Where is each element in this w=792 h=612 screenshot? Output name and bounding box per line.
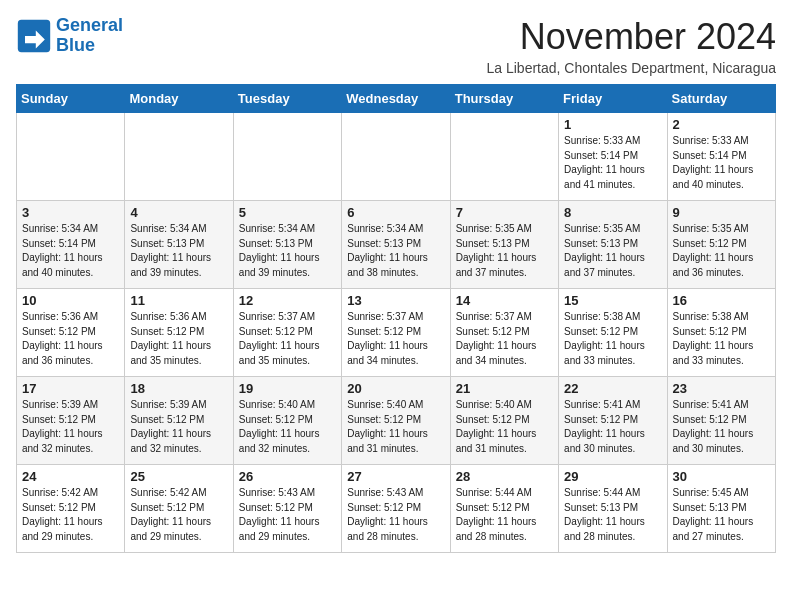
day-number: 11 [130,293,227,308]
calendar-cell: 30Sunrise: 5:45 AM Sunset: 5:13 PM Dayli… [667,465,775,553]
weekday-header-row: SundayMondayTuesdayWednesdayThursdayFrid… [17,85,776,113]
cell-info: Sunrise: 5:35 AM Sunset: 5:13 PM Dayligh… [564,222,661,280]
logo-icon [16,18,52,54]
calendar-cell: 21Sunrise: 5:40 AM Sunset: 5:12 PM Dayli… [450,377,558,465]
day-number: 14 [456,293,553,308]
cell-info: Sunrise: 5:37 AM Sunset: 5:12 PM Dayligh… [347,310,444,368]
calendar-week-row: 1Sunrise: 5:33 AM Sunset: 5:14 PM Daylig… [17,113,776,201]
day-number: 17 [22,381,119,396]
calendar-cell: 15Sunrise: 5:38 AM Sunset: 5:12 PM Dayli… [559,289,667,377]
day-number: 8 [564,205,661,220]
cell-info: Sunrise: 5:40 AM Sunset: 5:12 PM Dayligh… [239,398,336,456]
day-number: 22 [564,381,661,396]
cell-info: Sunrise: 5:42 AM Sunset: 5:12 PM Dayligh… [22,486,119,544]
day-number: 30 [673,469,770,484]
cell-info: Sunrise: 5:45 AM Sunset: 5:13 PM Dayligh… [673,486,770,544]
calendar-cell: 24Sunrise: 5:42 AM Sunset: 5:12 PM Dayli… [17,465,125,553]
calendar-cell: 11Sunrise: 5:36 AM Sunset: 5:12 PM Dayli… [125,289,233,377]
day-number: 15 [564,293,661,308]
weekday-header: Thursday [450,85,558,113]
title-section: November 2024 La Libertad, Chontales Dep… [486,16,776,76]
calendar-cell: 13Sunrise: 5:37 AM Sunset: 5:12 PM Dayli… [342,289,450,377]
calendar-cell [233,113,341,201]
calendar-week-row: 3Sunrise: 5:34 AM Sunset: 5:14 PM Daylig… [17,201,776,289]
calendar-week-row: 24Sunrise: 5:42 AM Sunset: 5:12 PM Dayli… [17,465,776,553]
logo-text: General Blue [56,16,123,56]
day-number: 5 [239,205,336,220]
cell-info: Sunrise: 5:41 AM Sunset: 5:12 PM Dayligh… [673,398,770,456]
cell-info: Sunrise: 5:36 AM Sunset: 5:12 PM Dayligh… [22,310,119,368]
calendar-cell: 19Sunrise: 5:40 AM Sunset: 5:12 PM Dayli… [233,377,341,465]
cell-info: Sunrise: 5:33 AM Sunset: 5:14 PM Dayligh… [564,134,661,192]
cell-info: Sunrise: 5:43 AM Sunset: 5:12 PM Dayligh… [347,486,444,544]
day-number: 1 [564,117,661,132]
calendar-week-row: 17Sunrise: 5:39 AM Sunset: 5:12 PM Dayli… [17,377,776,465]
cell-info: Sunrise: 5:37 AM Sunset: 5:12 PM Dayligh… [456,310,553,368]
calendar-table: SundayMondayTuesdayWednesdayThursdayFrid… [16,84,776,553]
calendar-cell [342,113,450,201]
calendar-cell: 3Sunrise: 5:34 AM Sunset: 5:14 PM Daylig… [17,201,125,289]
day-number: 9 [673,205,770,220]
weekday-header: Saturday [667,85,775,113]
day-number: 18 [130,381,227,396]
calendar-cell: 25Sunrise: 5:42 AM Sunset: 5:12 PM Dayli… [125,465,233,553]
cell-info: Sunrise: 5:36 AM Sunset: 5:12 PM Dayligh… [130,310,227,368]
page-header: General Blue November 2024 La Libertad, … [16,16,776,76]
weekday-header: Wednesday [342,85,450,113]
day-number: 12 [239,293,336,308]
day-number: 4 [130,205,227,220]
calendar-cell: 18Sunrise: 5:39 AM Sunset: 5:12 PM Dayli… [125,377,233,465]
cell-info: Sunrise: 5:38 AM Sunset: 5:12 PM Dayligh… [673,310,770,368]
day-number: 21 [456,381,553,396]
cell-info: Sunrise: 5:38 AM Sunset: 5:12 PM Dayligh… [564,310,661,368]
cell-info: Sunrise: 5:34 AM Sunset: 5:13 PM Dayligh… [130,222,227,280]
calendar-cell: 28Sunrise: 5:44 AM Sunset: 5:12 PM Dayli… [450,465,558,553]
month-title: November 2024 [486,16,776,58]
cell-info: Sunrise: 5:34 AM Sunset: 5:14 PM Dayligh… [22,222,119,280]
day-number: 16 [673,293,770,308]
calendar-cell: 16Sunrise: 5:38 AM Sunset: 5:12 PM Dayli… [667,289,775,377]
calendar-cell: 9Sunrise: 5:35 AM Sunset: 5:12 PM Daylig… [667,201,775,289]
cell-info: Sunrise: 5:34 AM Sunset: 5:13 PM Dayligh… [347,222,444,280]
calendar-cell [17,113,125,201]
calendar-cell: 12Sunrise: 5:37 AM Sunset: 5:12 PM Dayli… [233,289,341,377]
calendar-cell: 6Sunrise: 5:34 AM Sunset: 5:13 PM Daylig… [342,201,450,289]
cell-info: Sunrise: 5:34 AM Sunset: 5:13 PM Dayligh… [239,222,336,280]
day-number: 28 [456,469,553,484]
day-number: 25 [130,469,227,484]
calendar-cell: 20Sunrise: 5:40 AM Sunset: 5:12 PM Dayli… [342,377,450,465]
calendar-cell: 22Sunrise: 5:41 AM Sunset: 5:12 PM Dayli… [559,377,667,465]
cell-info: Sunrise: 5:43 AM Sunset: 5:12 PM Dayligh… [239,486,336,544]
calendar-cell: 8Sunrise: 5:35 AM Sunset: 5:13 PM Daylig… [559,201,667,289]
calendar-cell: 29Sunrise: 5:44 AM Sunset: 5:13 PM Dayli… [559,465,667,553]
day-number: 20 [347,381,444,396]
day-number: 3 [22,205,119,220]
calendar-week-row: 10Sunrise: 5:36 AM Sunset: 5:12 PM Dayli… [17,289,776,377]
calendar-cell: 7Sunrise: 5:35 AM Sunset: 5:13 PM Daylig… [450,201,558,289]
cell-info: Sunrise: 5:37 AM Sunset: 5:12 PM Dayligh… [239,310,336,368]
cell-info: Sunrise: 5:33 AM Sunset: 5:14 PM Dayligh… [673,134,770,192]
day-number: 24 [22,469,119,484]
calendar-cell: 23Sunrise: 5:41 AM Sunset: 5:12 PM Dayli… [667,377,775,465]
cell-info: Sunrise: 5:40 AM Sunset: 5:12 PM Dayligh… [456,398,553,456]
calendar-cell: 10Sunrise: 5:36 AM Sunset: 5:12 PM Dayli… [17,289,125,377]
cell-info: Sunrise: 5:44 AM Sunset: 5:13 PM Dayligh… [564,486,661,544]
location-subtitle: La Libertad, Chontales Department, Nicar… [486,60,776,76]
cell-info: Sunrise: 5:35 AM Sunset: 5:12 PM Dayligh… [673,222,770,280]
cell-info: Sunrise: 5:41 AM Sunset: 5:12 PM Dayligh… [564,398,661,456]
logo: General Blue [16,16,123,56]
calendar-cell: 2Sunrise: 5:33 AM Sunset: 5:14 PM Daylig… [667,113,775,201]
day-number: 27 [347,469,444,484]
calendar-cell: 1Sunrise: 5:33 AM Sunset: 5:14 PM Daylig… [559,113,667,201]
weekday-header: Sunday [17,85,125,113]
day-number: 2 [673,117,770,132]
day-number: 23 [673,381,770,396]
calendar-cell: 4Sunrise: 5:34 AM Sunset: 5:13 PM Daylig… [125,201,233,289]
cell-info: Sunrise: 5:42 AM Sunset: 5:12 PM Dayligh… [130,486,227,544]
cell-info: Sunrise: 5:39 AM Sunset: 5:12 PM Dayligh… [22,398,119,456]
calendar-cell: 5Sunrise: 5:34 AM Sunset: 5:13 PM Daylig… [233,201,341,289]
cell-info: Sunrise: 5:35 AM Sunset: 5:13 PM Dayligh… [456,222,553,280]
calendar-cell [450,113,558,201]
calendar-cell [125,113,233,201]
weekday-header: Tuesday [233,85,341,113]
